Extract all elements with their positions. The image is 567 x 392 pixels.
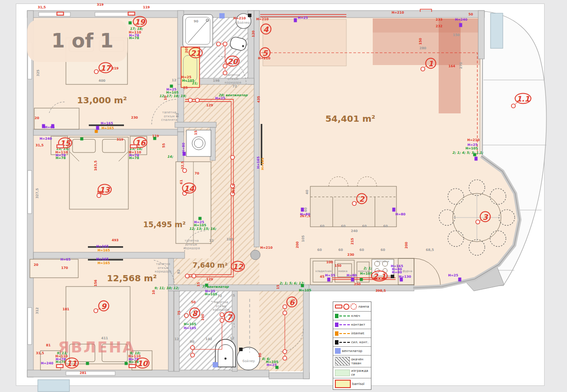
- dimension-label: 240: [351, 229, 358, 233]
- dimension-label: 50: [469, 13, 473, 16]
- dimension-label: 40: [305, 190, 309, 194]
- height-label: H=78: [56, 360, 66, 364]
- height-label: H=25: [448, 274, 458, 277]
- legend-label: контакт: [351, 323, 365, 327]
- note-label: тапетна откъм коридора: [213, 301, 229, 312]
- wall-lamp-icon: [57, 145, 64, 149]
- lamp-marker-10: 10: [135, 358, 149, 369]
- height-label: H=25: [298, 16, 308, 20]
- dimension-label: 12: [172, 79, 176, 82]
- height-label: H=105: [465, 147, 478, 150]
- dimension-label: 90: [194, 20, 198, 23]
- lamp-marker-14: 14: [182, 183, 196, 194]
- height-label: H=165: [98, 249, 110, 252]
- dimension-label: 61: [180, 180, 183, 184]
- dimension-label: 327,5: [36, 188, 39, 199]
- dimension-label: 100: [326, 261, 333, 264]
- switch-icon: [153, 137, 156, 140]
- dimension-label: 400: [98, 79, 105, 83]
- dimension-label: 270: [459, 62, 463, 69]
- wall-lamp-icon: [130, 145, 138, 149]
- dimension-label: 60: [381, 248, 385, 252]
- lamp-marker-2.1: 2.1: [371, 271, 388, 282]
- dimension-label: 15: [276, 285, 280, 289]
- dimension-label: 142: [205, 338, 212, 341]
- internet-legend-icon: [335, 331, 350, 336]
- wall-lamp-icon: [56, 364, 64, 368]
- dimension-label: 31,5: [36, 144, 44, 147]
- switch-icon: [301, 284, 304, 287]
- vent-legend-icon: [335, 348, 341, 354]
- dimension-label: 164: [448, 65, 455, 68]
- room-area-label: 7,640 m²: [193, 261, 228, 269]
- dimension-label: 219: [112, 67, 119, 70]
- note-label: тапетна откъм коридора: [155, 262, 171, 274]
- vent-icon: [219, 13, 225, 18]
- lamp-marker-19: 19: [133, 16, 147, 27]
- switch-group-label: 20; вентилатор: [218, 94, 247, 97]
- switch-group-label: 12; 13; 15; 16;: [189, 227, 216, 231]
- socket-icon: [183, 152, 186, 156]
- switch-group-label: 12; 17; 18; 19;: [159, 94, 186, 98]
- switch-legend-icon: [335, 314, 350, 318]
- lamp-marker-9: 9: [98, 301, 109, 312]
- dimension-label: 156: [94, 279, 98, 287]
- note-label: тапетна откъм коридора: [225, 73, 241, 85]
- dimension-label: 129: [206, 278, 213, 281]
- socket-icon: [42, 124, 45, 128]
- wall-lamp-icon: [129, 364, 136, 368]
- lamp-marker-6: 6: [287, 297, 298, 308]
- page-count-badge: 1 of 1: [27, 19, 127, 62]
- legend-label: изгражда се: [351, 369, 369, 377]
- dimension-label: 105: [302, 235, 305, 242]
- dimension-label: 232: [436, 25, 443, 28]
- dimension-label: 20: [35, 116, 39, 120]
- note-label: тапетна откъм коридора: [183, 239, 200, 250]
- dimension-label: 170: [61, 266, 68, 270]
- dimension-label: 82: [177, 269, 181, 274]
- note-label: тапетна откъм спалнята: [161, 111, 178, 122]
- height-label: H=210: [233, 17, 246, 20]
- socket-icon: [400, 278, 403, 282]
- switch-group-label: 14;: [167, 155, 173, 159]
- dimension-label: 325: [36, 69, 40, 76]
- legend-row-ceiling: окачен таван: [333, 356, 371, 367]
- wall-lamp-icon: [128, 12, 135, 16]
- appliance-label: миялна: [358, 270, 369, 273]
- build-legend-icon: [335, 370, 350, 376]
- height-label: H=165: [102, 127, 114, 130]
- vent-icon: [213, 362, 218, 367]
- room-area-label: 54,401 m²: [325, 114, 375, 123]
- legend-row-lamp: лампа: [333, 302, 371, 312]
- watermark: ЯВЛЕНА: [58, 338, 135, 356]
- dimension-label: 233: [436, 18, 443, 22]
- switch-icon: [199, 217, 202, 220]
- lamp-marker-4: 4: [261, 24, 272, 35]
- dimension-label: 68,5: [426, 248, 434, 252]
- dimension-label: 31,5: [38, 6, 46, 9]
- socket-icon: [458, 278, 462, 282]
- dimension-label: 100: [226, 238, 233, 241]
- legend-box: лампаключконтактinternetсил. конт.вентил…: [333, 301, 371, 390]
- height-label: H=210: [392, 11, 404, 15]
- room-area-label: 12,568 m²: [107, 273, 157, 283]
- legend-row-internet: internet: [333, 329, 371, 338]
- lamp-marker-5: 5: [260, 47, 271, 58]
- height-label: H=210: [256, 18, 269, 21]
- height-label: H=165: [98, 261, 110, 265]
- power-icon: [239, 348, 243, 351]
- dimension-label: 60: [362, 225, 367, 228]
- dimension-label: 60: [360, 248, 364, 252]
- switch-icon: [125, 362, 128, 365]
- appliance-label: котлони: [377, 260, 389, 263]
- switch-group-label: 9; 11;: [57, 352, 67, 355]
- lamp-marker-8: 8: [189, 308, 200, 319]
- appliance-label: мивка: [338, 270, 348, 273]
- dimension-label: 150: [453, 33, 460, 37]
- dimension-label: 25: [183, 86, 188, 90]
- lamp-marker-1.1: 1.1: [515, 93, 531, 104]
- lamp-marker-3: 3: [480, 211, 491, 222]
- legend-row-power: сил. конт.: [333, 338, 371, 347]
- legend-row-barrisol: barrisol: [333, 378, 371, 389]
- dimension-label: 32,5: [181, 161, 185, 170]
